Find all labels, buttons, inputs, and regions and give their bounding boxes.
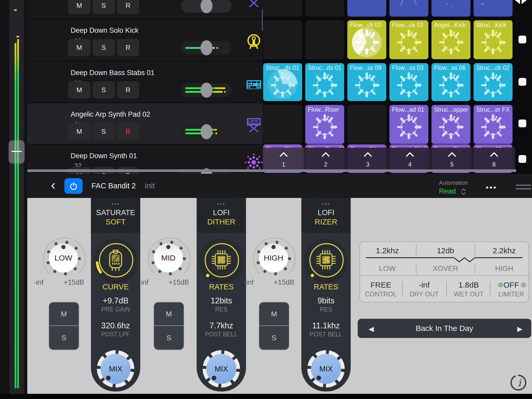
control-mode-value[interactable]: FREE <box>370 281 391 289</box>
clip-cell[interactable] <box>347 0 386 17</box>
mid-solo-button[interactable]: S <box>154 326 184 350</box>
mix-knob[interactable]: MIX <box>206 354 236 384</box>
clip-cell[interactable] <box>389 0 428 17</box>
mix-knob[interactable]: MIX <box>311 354 341 384</box>
preset-name[interactable]: Back In The Day <box>358 324 531 333</box>
panel-resize-handle[interactable] <box>516 188 531 189</box>
clip-cell[interactable]: Flow...ss 03 <box>389 63 428 101</box>
limiter-state-value[interactable]: OFF <box>503 281 519 289</box>
mute-button[interactable]: M <box>68 81 90 98</box>
automation-mode-selector[interactable]: Read <box>439 187 456 195</box>
next-preset-button[interactable]: ▶ <box>517 325 522 333</box>
empty-cell[interactable] <box>305 0 344 17</box>
clip-cell[interactable]: Flow...Riser <box>305 105 344 144</box>
record-button[interactable]: R <box>117 39 139 56</box>
scene-trigger-4[interactable]: 4 <box>389 148 431 169</box>
scene-trigger-2[interactable]: 2 <box>305 148 347 169</box>
record-button[interactable]: R <box>117 123 139 140</box>
mix-knob[interactable]: MIX <box>101 354 131 384</box>
plugin-power-button[interactable] <box>64 178 83 194</box>
solo-button[interactable]: S <box>92 0 115 14</box>
clip-cell[interactable]: Flow...ad 01 <box>389 105 428 144</box>
clip-cell[interactable]: Struc...Kick <box>474 20 513 59</box>
volume-slider[interactable] <box>181 125 231 139</box>
clip-cell[interactable]: Flow...ss 06 <box>431 63 470 101</box>
res-value[interactable]: 9bits <box>301 296 351 305</box>
volume-slider[interactable] <box>181 83 231 97</box>
solo-button[interactable]: S <box>92 81 115 98</box>
scene-trigger-3[interactable]: 3 <box>347 148 389 169</box>
mix-knob-pointer <box>316 376 321 380</box>
clip-cell[interactable]: Struc...er FX <box>474 105 513 144</box>
empty-cell[interactable] <box>263 20 302 59</box>
low-freq-value[interactable]: 1.2khz <box>376 246 399 255</box>
volume-slider[interactable] <box>181 41 231 55</box>
record-button[interactable]: R <box>117 81 139 98</box>
wet-out-value[interactable]: 1.8dB <box>458 281 479 289</box>
stop-clip-button[interactable] <box>518 78 526 86</box>
clip-cell[interactable] <box>474 0 513 17</box>
keyboard-stand-icon <box>244 0 263 9</box>
clip-cell[interactable]: Flow...ck 02 <box>347 20 386 59</box>
grid-mode-icon[interactable] <box>514 0 527 5</box>
info-icon[interactable]: i <box>510 374 527 391</box>
solo-button[interactable]: S <box>92 39 115 56</box>
empty-cell[interactable] <box>263 105 302 144</box>
back-chevron-button[interactable]: ‹ <box>48 177 58 194</box>
track-row-31[interactable]: Angelic Arp Synth Pad 02 31 M S R <box>27 103 263 144</box>
xover-slope-value[interactable]: 12db <box>437 246 454 255</box>
clip-cell[interactable]: Flow...ss 09 <box>347 63 386 101</box>
mid-mute-button[interactable]: M <box>154 302 184 326</box>
high-solo-button[interactable]: S <box>259 326 289 350</box>
module-menu-dots[interactable]: ••• <box>197 201 246 207</box>
mute-button[interactable]: M <box>68 0 90 14</box>
low-solo-button[interactable]: S <box>49 326 79 350</box>
mute-button[interactable]: M <box>68 123 90 140</box>
stop-clip-button[interactable] <box>518 155 526 163</box>
clip-cell[interactable]: Flow...ck 02 <box>389 20 428 59</box>
plugin-preset-slot[interactable]: Init <box>145 182 155 190</box>
track-row-28[interactable]: 28 M S R <box>27 0 263 19</box>
horizontal-scroll-strip[interactable] <box>27 169 516 172</box>
post-bell-value[interactable]: 7.7khz <box>197 321 246 330</box>
empty-cell[interactable] <box>263 0 302 17</box>
vertical-scrollbar[interactable] <box>262 9 263 31</box>
high-mute-button[interactable]: M <box>259 302 289 326</box>
volume-slider[interactable] <box>181 0 231 13</box>
clip-cell[interactable]: Struc...ds 01 <box>305 63 344 101</box>
mute-button[interactable]: M <box>68 39 90 56</box>
scene-trigger-6[interactable]: 6 <box>473 148 515 169</box>
stop-clip-button[interactable] <box>518 119 526 127</box>
module-menu-dots[interactable]: ••• <box>301 201 351 207</box>
master-fader-handle[interactable] <box>9 140 25 164</box>
low-mute-button[interactable]: M <box>49 302 79 326</box>
res-value[interactable]: 12bits <box>197 296 246 305</box>
scene-trigger-5[interactable]: 5 <box>431 148 473 169</box>
volume-knob[interactable] <box>201 0 212 13</box>
module-menu-dots[interactable]: ••• <box>91 201 140 207</box>
clip-cell[interactable] <box>431 0 470 17</box>
clip-cell[interactable]: Struc...opper <box>431 105 470 144</box>
empty-cell[interactable] <box>305 20 344 59</box>
volume-knob[interactable] <box>201 83 212 98</box>
high-freq-value[interactable]: 2.2khz <box>493 246 516 255</box>
post-bell-value[interactable]: 11.1khz <box>301 321 351 330</box>
mix-knob-pointer <box>106 376 111 380</box>
track-row-29[interactable]: Deep Down Solo Kick 29 M S R <box>27 19 263 61</box>
scene-trigger-1[interactable]: 1 <box>263 148 305 169</box>
pre-gain-value[interactable]: +9.7dB <box>91 296 140 305</box>
record-button[interactable]: R <box>117 0 139 14</box>
post-lpf-value[interactable]: 320.6hz <box>91 321 140 330</box>
stop-clip-button[interactable] <box>518 36 526 43</box>
solo-button[interactable]: S <box>92 123 115 140</box>
clip-cell[interactable]: Struc...ds 01 <box>263 63 302 101</box>
volume-knob[interactable] <box>201 124 212 139</box>
more-options-button[interactable]: ••• <box>486 183 497 192</box>
clip-cell[interactable]: Angel...Kick <box>431 20 470 59</box>
empty-cell[interactable] <box>347 105 386 144</box>
panel-resize-handle[interactable] <box>516 185 531 186</box>
clip-cell[interactable]: Struc...ck 02 <box>474 63 513 101</box>
dry-out-value[interactable]: -inf <box>419 281 430 289</box>
volume-knob[interactable] <box>201 40 212 55</box>
track-row-30[interactable]: Deep Down Bass Stabs 01 30 M S R <box>27 61 263 103</box>
